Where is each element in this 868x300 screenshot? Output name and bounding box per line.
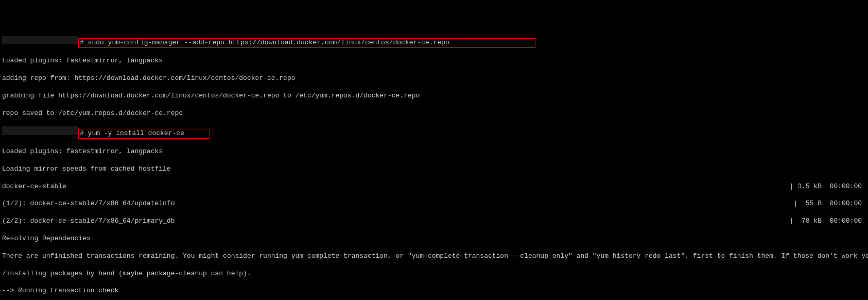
terminal-line: Loading mirror speeds from cached hostfi… [2, 165, 866, 174]
terminal-line: adding repo from: https://download.docke… [2, 74, 866, 83]
terminal-line: grabbing file https://download.docker.co… [2, 92, 866, 101]
terminal-line: Loaded plugins: fastestmirror, langpacks [2, 147, 866, 156]
download-size: | 55 B 00:00:00 [793, 199, 862, 208]
download-size: | 3.5 kB 00:00:00 [790, 182, 862, 191]
terminal-line: repo saved to /etc/yum.repos.d/docker-ce… [2, 109, 866, 118]
terminal-line[interactable]: xxxxxxxxxxxxxxxx# yum -y install docker-… [2, 126, 866, 139]
terminal-line: Resolving Dependencies [2, 235, 866, 243]
hidden-prompt: xxxxxxxxxxxxxxxx [2, 36, 78, 45]
terminal-line: docker-ce-stable| 3.5 kB 00:00:00 [2, 182, 866, 191]
terminal-line: /installing packages by hand (maybe pack… [2, 270, 866, 278]
highlighted-command-2: # yum -y install docker-ce [78, 129, 210, 139]
download-item: (2/2): docker-ce-stable/7/x86_64/primary… [2, 217, 175, 226]
terminal-line: There are unfinished transactions remain… [2, 252, 866, 261]
hidden-prompt: xxxxxxxxxxxxxxxx [2, 126, 78, 135]
terminal-line: (2/2): docker-ce-stable/7/x86_64/primary… [2, 217, 866, 226]
download-item: (1/2): docker-ce-stable/7/x86_64/updatei… [2, 199, 175, 208]
command-text: # yum -y install docker-ce [80, 129, 184, 137]
terminal-line[interactable]: xxxxxxxxxxxxxxxx# sudo yum-config-manage… [2, 36, 866, 48]
repo-name: docker-ce-stable [2, 182, 66, 191]
terminal-line: Loaded plugins: fastestmirror, langpacks [2, 57, 866, 65]
command-text: # sudo yum-config-manager --add-repo htt… [80, 39, 449, 46]
terminal-line: (1/2): docker-ce-stable/7/x86_64/updatei… [2, 199, 866, 208]
highlighted-command-1: # sudo yum-config-manager --add-repo htt… [78, 38, 535, 48]
download-size: | 78 kB 00:00:00 [790, 217, 862, 226]
terminal-line: --> Running transaction check [2, 287, 866, 295]
